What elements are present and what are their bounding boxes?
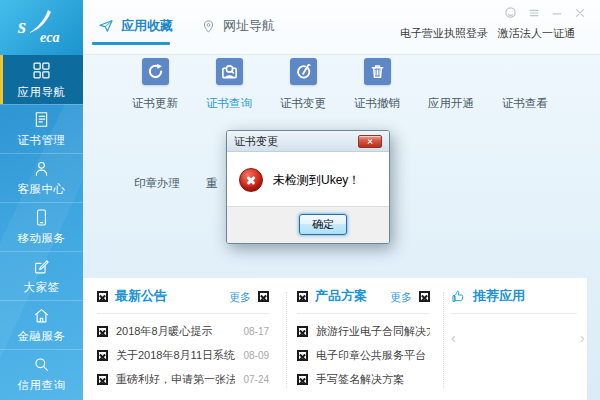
more-products-link[interactable]: 更多 <box>390 290 412 305</box>
person-icon <box>32 159 51 178</box>
svg-text:s: s <box>17 14 26 38</box>
app-logo: s eca <box>0 0 83 55</box>
product-item[interactable]: 电子印章公共服务平台 <box>297 343 430 367</box>
trash-icon <box>369 63 386 80</box>
dialog-cert-change: 证书变更 未检测到Ukey！ 确定 <box>226 130 390 244</box>
section-title: 推荐应用 <box>473 287 525 305</box>
sidebar: s eca 应用导航 证书管理 <box>0 0 83 400</box>
active-tab-underline <box>92 42 170 45</box>
app-cert-query[interactable]: 证书查询 <box>192 58 266 111</box>
app-cert-update[interactable]: 证书更新 <box>118 58 192 111</box>
section-latest-announcements: 最新公告 更多 2018年8月暖心提示 08-17 关于2018年8月11日系统… <box>97 287 269 391</box>
carousel-next-icon[interactable]: › <box>580 330 585 346</box>
sidebar-item-certificate-management[interactable]: 证书管理 <box>0 104 83 153</box>
more-announcements-link[interactable]: 更多 <box>229 290 251 305</box>
broken-image-icon <box>97 291 108 302</box>
menu-icon[interactable] <box>528 7 540 19</box>
announcement-item[interactable]: 重磅利好，申请第一张法人一... 07-24 <box>97 367 269 391</box>
tab-url-navigation[interactable]: 网址导航 <box>201 0 275 52</box>
dialog-titlebar: 证书变更 <box>227 131 389 152</box>
sidebar-item-dajiaqian[interactable]: 大家签 <box>0 251 83 300</box>
app-grid: 证书更新 证书查询 <box>118 58 562 111</box>
app-cert-view[interactable]: 证书查看 <box>488 58 562 111</box>
dialog-message: 未检测到Ukey！ <box>273 172 360 189</box>
broken-image-icon <box>258 291 269 302</box>
section-title: 产品方案 <box>315 287 367 305</box>
app-seal-handling[interactable]: 印章办理 <box>134 176 180 191</box>
certificate-icon <box>32 110 51 129</box>
help-icon[interactable] <box>504 6 517 19</box>
section-title: 最新公告 <box>115 287 167 305</box>
app-partial-label[interactable]: 重 <box>206 176 218 191</box>
search-document-icon <box>221 63 238 80</box>
refresh-icon <box>147 63 164 80</box>
topbar: 应用收藏 网址导航 电子营业执照登录 激活法人一证通 <box>83 0 600 55</box>
broken-image-icon <box>419 291 430 302</box>
section-divider <box>286 292 287 388</box>
broken-image-icon <box>297 350 308 361</box>
ok-button[interactable]: 确定 <box>299 214 347 235</box>
activate-legal-person-link[interactable]: 激活法人一证通 <box>498 26 575 41</box>
broken-image-icon <box>97 350 108 361</box>
sidebar-item-credit-inquiry[interactable]: 信用查询 <box>0 349 83 398</box>
carousel-prev-icon[interactable]: ‹ <box>451 330 456 346</box>
close-icon[interactable] <box>574 7 586 19</box>
pen-icon <box>32 257 51 276</box>
broken-image-icon <box>297 374 308 385</box>
broken-image-icon <box>97 326 108 337</box>
magnifier-icon <box>32 355 51 374</box>
sheca-logo-icon: s eca <box>10 7 74 49</box>
product-item[interactable]: 旅游行业电子合同解决方案 <box>297 319 430 343</box>
error-icon <box>239 168 263 192</box>
app-cert-revoke[interactable]: 证书撤销 <box>340 58 414 111</box>
top-links: 电子营业执照登录 激活法人一证通 <box>400 26 575 41</box>
bank-icon <box>32 306 51 325</box>
announcement-item[interactable]: 关于2018年8月11日系统升级... 08-09 <box>97 343 269 367</box>
paper-plane-icon <box>98 18 114 34</box>
app-cert-change[interactable]: 证书变更 <box>266 58 340 111</box>
window-controls <box>504 6 586 19</box>
svg-text:eca: eca <box>40 30 59 45</box>
announcement-date: 08-09 <box>243 350 269 361</box>
section-divider <box>443 292 444 388</box>
dialog-body: 未检测到Ukey！ <box>227 152 389 208</box>
dialog-footer: 确定 <box>227 206 389 243</box>
section-product-solutions: 产品方案 更多 旅游行业电子合同解决方案 电子印章公共服务平台 <box>297 287 430 391</box>
location-pin-icon <box>201 19 216 34</box>
minimize-icon[interactable] <box>551 7 563 19</box>
sidebar-item-mobile-services[interactable]: 移动服务 <box>0 202 83 251</box>
sidebar-item-app-navigation[interactable]: 应用导航 <box>0 55 83 104</box>
phone-icon <box>32 208 51 227</box>
broken-image-icon <box>297 291 308 302</box>
product-item[interactable]: 手写签名解决方案 <box>297 367 430 391</box>
ebl-login-link[interactable]: 电子营业执照登录 <box>400 26 488 41</box>
app-service-activation[interactable]: 应用开通 <box>414 58 488 111</box>
sidebar-item-financial-services[interactable]: 金融服务 <box>0 300 83 349</box>
announcement-item[interactable]: 2018年8月暖心提示 08-17 <box>97 319 269 343</box>
section-recommended-apps: 推荐应用 <box>450 287 577 314</box>
grid-icon <box>31 60 52 81</box>
dialog-close-button[interactable] <box>358 135 382 148</box>
broken-image-icon <box>97 374 108 385</box>
dialog-title: 证书变更 <box>234 134 278 149</box>
announcement-date: 07-24 <box>243 374 269 385</box>
app-window: s eca 应用导航 证书管理 <box>0 0 600 400</box>
edit-circle-icon <box>295 63 312 80</box>
broken-image-icon <box>297 326 308 337</box>
sidebar-item-customer-service[interactable]: 客服中心 <box>0 153 83 202</box>
bottom-panel: 最新公告 更多 2018年8月暖心提示 08-17 关于2018年8月11日系统… <box>83 278 587 400</box>
announcement-date: 08-17 <box>243 326 269 337</box>
thumbs-up-icon <box>450 288 466 304</box>
